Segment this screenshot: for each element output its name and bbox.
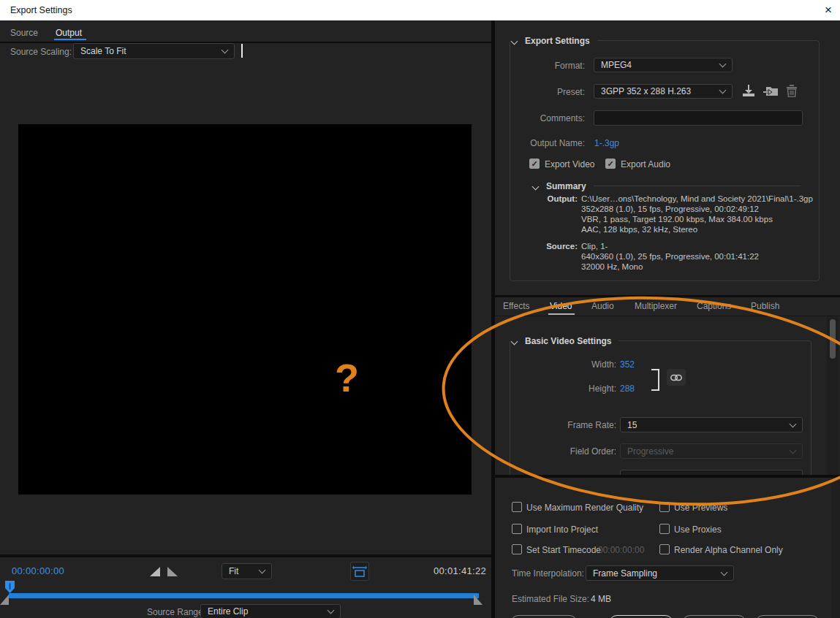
cancel-button[interactable]: Cancel [755,615,820,618]
title-bar: Export Settings × [0,0,840,20]
range-handle-left[interactable] [0,595,9,605]
link-bracket [651,389,659,391]
use-proxies-checkbox[interactable] [659,524,670,534]
preview-zoom-dropdown[interactable]: Fit [222,563,272,579]
frame-rate-dropdown[interactable]: 15 [620,417,803,432]
output-name-link[interactable]: 1-.3gp [594,138,619,148]
width-value[interactable]: 352 [620,359,635,370]
settings-panel: Export Settings Format: MPEG4 Preset: 3G… [495,20,840,618]
summary-output-line: AAC, 128 kbps, 32 kHz, Stereo [581,224,697,234]
close-icon[interactable]: × [819,2,838,18]
metadata-button[interactable]: Metadata… [510,615,578,618]
tab-video[interactable]: Video [550,301,572,311]
preset-value: 3GPP 352 x 288 H.263 [601,86,691,96]
chevron-down-icon [719,87,727,94]
active-tab-underline [54,39,86,40]
summary-output-line: VBR, 1 pass, Target 192.00 kbps, Max 384… [581,214,773,224]
height-value[interactable]: 288 [620,384,635,394]
tab-audio[interactable]: Audio [591,301,614,311]
tab-output[interactable]: Output [56,28,82,38]
export-video-label: Export Video [545,159,595,169]
summary-header[interactable]: Summary [531,180,594,192]
chevron-down-icon [222,47,229,54]
use-previews-label: Use Previews [674,503,727,513]
summary-output-label: Output: [504,194,578,204]
export-settings-section-title: Export Settings [525,36,590,46]
export-settings-dialog: Export Settings × Source Output Source S… [0,0,840,618]
save-preset-button[interactable] [741,83,757,99]
format-dropdown[interactable]: MPEG4 [594,58,733,72]
set-start-timecode-checkbox[interactable] [512,544,522,554]
summary-source-line: 640x360 (1.0), 25 fps, Progressive, 00:0… [581,251,759,262]
queue-button[interactable]: Queue [609,615,673,618]
scrollbar-thumb[interactable] [830,319,836,359]
export-settings-header[interactable]: Export Settings [510,35,597,47]
tab-effects[interactable]: Effects [503,301,529,311]
chevron-down-icon [328,607,335,614]
height-label: Height: [543,384,616,394]
link-bracket [658,369,659,391]
tab-source[interactable]: Source [10,28,38,38]
section-collapse-icon [532,183,540,190]
use-maximum-render-quality-checkbox[interactable] [512,502,522,512]
settings-active-tab-underline [548,313,575,315]
source-scaling-dropdown[interactable]: Scale To Fit [73,43,235,59]
section-collapse-icon [511,37,518,45]
chevron-down-icon [721,568,728,576]
summary-output-line: 352x288 (1.0), 15 fps, Progressive, 00:0… [581,204,759,214]
use-previews-checkbox[interactable] [659,502,670,512]
use-proxies-label: Use Proxies [674,524,722,535]
set-in-point-icon[interactable] [150,567,161,577]
summary-source-line: Clip, 1- [581,241,608,251]
basic-video-settings-title: Basic Video Settings [525,336,611,346]
frame-rate-value: 15 [627,420,637,430]
output-name-label: Output Name: [524,138,585,148]
tab-captions[interactable]: Captions [697,301,731,311]
time-interpolation-dropdown[interactable]: Frame Sampling [586,565,734,581]
field-order-value: Progressive [627,446,673,457]
format-label: Format: [524,61,585,71]
preview-zoom-value: Fit [229,566,238,576]
tab-multiplexer[interactable]: Multiplexer [635,301,677,311]
export-audio-label: Export Audio [621,159,670,169]
start-timecode-value: 00:00:00:00 [598,545,644,555]
crop-output-button[interactable] [350,562,369,581]
time-interpolation-value: Frame Sampling [593,568,657,579]
field-order-label: Field Order: [543,446,616,457]
trash-icon [786,84,798,97]
comments-input[interactable] [594,110,803,126]
source-range-label: Source Range: [147,607,205,617]
source-scaling-label: Source Scaling: [10,47,72,57]
import-preset-button[interactable] [763,83,779,99]
set-out-point-icon[interactable] [167,567,178,577]
timeline-track[interactable] [9,593,479,598]
range-handle-right[interactable] [474,595,483,605]
summary-source-line: 32000 Hz, Mono [581,262,643,272]
link-width-height-button[interactable] [667,369,686,386]
render-alpha-channel-only-checkbox[interactable] [659,544,670,554]
import-into-project-label: Import Into Project [526,524,598,535]
chevron-down-icon [790,420,797,427]
delete-preset-button[interactable] [784,83,800,99]
preset-dropdown[interactable]: 3GPP 352 x 288 H.263 [594,84,733,99]
tab-publish[interactable]: Publish [751,301,779,311]
summary-output-line: C:\User…ons\Technology, Mind and Society… [581,194,813,204]
import-preset-icon [763,84,778,97]
width-label: Width: [543,359,616,370]
import-into-project-checkbox[interactable] [512,524,522,534]
source-scaling-value: Scale To Fit [80,46,126,56]
basic-video-settings-header[interactable]: Basic Video Settings [510,335,618,347]
source-range-dropdown[interactable]: Entire Clip [200,604,341,618]
video-preview[interactable] [18,124,472,495]
export-button[interactable]: Export [682,615,746,618]
export-audio-checkbox[interactable]: ✓ [605,159,616,169]
playhead-handle[interactable] [5,581,15,594]
current-timecode[interactable]: 00:00:00:00 [12,565,64,576]
chevron-down-icon [259,567,266,574]
source-range-value: Entire Clip [208,606,248,617]
save-preset-icon [742,84,755,97]
export-video-checkbox[interactable]: ✓ [529,159,540,169]
use-maximum-render-quality-label: Use Maximum Render Quality [526,503,643,513]
format-value: MPEG4 [601,60,632,70]
summary-source-label: Source: [504,241,578,251]
